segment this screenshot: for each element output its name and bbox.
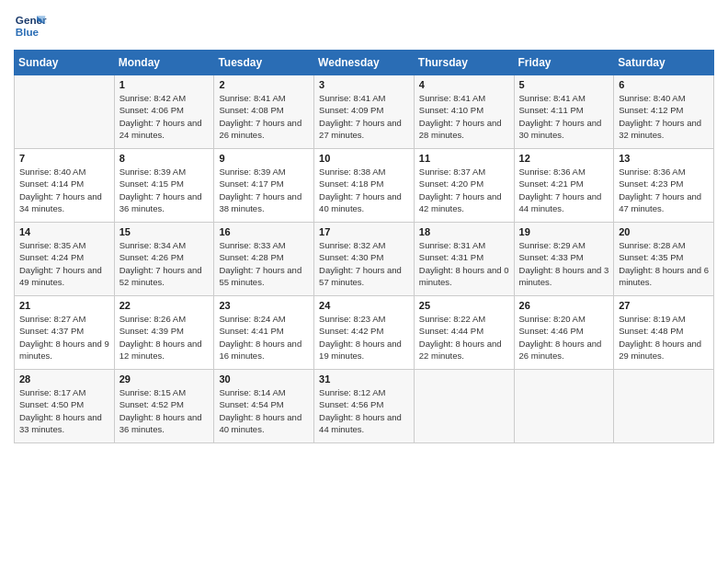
day-number: 16 [219,226,309,237]
day-cell: 30Sunrise: 8:14 AMSunset: 4:54 PMDayligh… [214,370,314,443]
day-number: 31 [319,373,409,385]
calendar-body: 1Sunrise: 8:42 AMSunset: 4:06 PMDaylight… [15,75,714,443]
day-number: 12 [519,153,609,164]
day-cell: 25Sunrise: 8:22 AMSunset: 4:44 PMDayligh… [414,296,514,370]
day-detail: Sunrise: 8:27 AMSunset: 4:37 PMDaylight:… [19,313,109,362]
day-number: 28 [19,373,109,385]
day-number: 26 [519,300,609,311]
day-header-saturday: Saturday [614,51,714,75]
day-detail: Sunrise: 8:39 AMSunset: 4:15 PMDaylight:… [119,166,210,214]
day-number: 8 [119,153,210,164]
day-cell: 1Sunrise: 8:42 AMSunset: 4:06 PMDaylight… [114,75,214,149]
logo: General Blue [14,9,47,42]
day-cell: 10Sunrise: 8:38 AMSunset: 4:18 PMDayligh… [314,149,415,223]
day-number: 4 [419,79,509,90]
day-detail: Sunrise: 8:17 AMSunset: 4:50 PMDaylight:… [19,386,109,435]
day-header-tuesday: Tuesday [214,51,314,75]
day-detail: Sunrise: 8:35 AMSunset: 4:24 PMDaylight:… [19,239,109,288]
day-number: 30 [219,373,309,385]
day-number: 25 [419,300,509,311]
day-detail: Sunrise: 8:19 AMSunset: 4:48 PMDaylight:… [619,313,709,362]
day-cell: 15Sunrise: 8:34 AMSunset: 4:26 PMDayligh… [114,223,214,296]
day-header-sunday: Sunday [15,51,115,75]
day-cell: 19Sunrise: 8:29 AMSunset: 4:33 PMDayligh… [514,223,614,296]
page-header: General Blue [14,9,714,42]
day-number: 10 [319,153,409,164]
day-detail: Sunrise: 8:41 AMSunset: 4:08 PMDaylight:… [219,92,309,141]
day-detail: Sunrise: 8:15 AMSunset: 4:52 PMDaylight:… [119,386,210,435]
week-row-2: 7Sunrise: 8:40 AMSunset: 4:14 PMDaylight… [15,149,714,223]
day-cell: 31Sunrise: 8:12 AMSunset: 4:56 PMDayligh… [314,370,415,443]
day-cell: 11Sunrise: 8:37 AMSunset: 4:20 PMDayligh… [414,149,514,223]
day-detail: Sunrise: 8:23 AMSunset: 4:42 PMDaylight:… [319,313,409,362]
day-detail: Sunrise: 8:36 AMSunset: 4:21 PMDaylight:… [519,166,609,214]
day-number: 22 [119,300,210,311]
day-cell [15,75,115,149]
day-cell: 20Sunrise: 8:28 AMSunset: 4:35 PMDayligh… [614,223,714,296]
day-cell: 28Sunrise: 8:17 AMSunset: 4:50 PMDayligh… [15,370,115,443]
logo-icon: General Blue [14,9,47,42]
day-header-monday: Monday [114,51,214,75]
day-detail: Sunrise: 8:41 AMSunset: 4:10 PMDaylight:… [419,92,509,141]
day-cell: 24Sunrise: 8:23 AMSunset: 4:42 PMDayligh… [314,296,415,370]
day-detail: Sunrise: 8:20 AMSunset: 4:46 PMDaylight:… [519,313,609,362]
day-number: 2 [219,79,309,90]
day-detail: Sunrise: 8:28 AMSunset: 4:35 PMDaylight:… [619,239,709,288]
day-cell: 8Sunrise: 8:39 AMSunset: 4:15 PMDaylight… [114,149,214,223]
day-cell: 29Sunrise: 8:15 AMSunset: 4:52 PMDayligh… [114,370,214,443]
week-row-5: 28Sunrise: 8:17 AMSunset: 4:50 PMDayligh… [15,370,714,443]
day-number: 3 [319,79,409,90]
day-detail: Sunrise: 8:22 AMSunset: 4:44 PMDaylight:… [419,313,509,362]
day-detail: Sunrise: 8:40 AMSunset: 4:14 PMDaylight:… [19,166,109,214]
day-number: 17 [319,226,409,237]
svg-text:Blue: Blue [16,26,40,38]
day-header-thursday: Thursday [414,51,514,75]
day-detail: Sunrise: 8:14 AMSunset: 4:54 PMDaylight:… [219,386,309,435]
day-detail: Sunrise: 8:33 AMSunset: 4:28 PMDaylight:… [219,239,309,288]
day-number: 19 [519,226,609,237]
day-cell [414,370,514,443]
day-detail: Sunrise: 8:41 AMSunset: 4:09 PMDaylight:… [319,92,409,141]
day-detail: Sunrise: 8:37 AMSunset: 4:20 PMDaylight:… [419,166,509,214]
day-detail: Sunrise: 8:41 AMSunset: 4:11 PMDaylight:… [519,92,609,141]
day-detail: Sunrise: 8:36 AMSunset: 4:23 PMDaylight:… [619,166,709,214]
day-cell: 16Sunrise: 8:33 AMSunset: 4:28 PMDayligh… [214,223,314,296]
day-detail: Sunrise: 8:42 AMSunset: 4:06 PMDaylight:… [119,92,210,141]
day-cell [614,370,714,443]
day-number: 24 [319,300,409,311]
day-cell: 4Sunrise: 8:41 AMSunset: 4:10 PMDaylight… [414,75,514,149]
week-row-3: 14Sunrise: 8:35 AMSunset: 4:24 PMDayligh… [15,223,714,296]
week-row-1: 1Sunrise: 8:42 AMSunset: 4:06 PMDaylight… [15,75,714,149]
day-cell: 17Sunrise: 8:32 AMSunset: 4:30 PMDayligh… [314,223,415,296]
day-cell [514,370,614,443]
day-cell: 22Sunrise: 8:26 AMSunset: 4:39 PMDayligh… [114,296,214,370]
day-cell: 5Sunrise: 8:41 AMSunset: 4:11 PMDaylight… [514,75,614,149]
day-cell: 9Sunrise: 8:39 AMSunset: 4:17 PMDaylight… [214,149,314,223]
day-cell: 21Sunrise: 8:27 AMSunset: 4:37 PMDayligh… [15,296,115,370]
day-detail: Sunrise: 8:32 AMSunset: 4:30 PMDaylight:… [319,239,409,288]
calendar-header-row: SundayMondayTuesdayWednesdayThursdayFrid… [15,51,714,75]
day-cell: 12Sunrise: 8:36 AMSunset: 4:21 PMDayligh… [514,149,614,223]
day-detail: Sunrise: 8:31 AMSunset: 4:31 PMDaylight:… [419,239,509,288]
day-detail: Sunrise: 8:38 AMSunset: 4:18 PMDaylight:… [319,166,409,214]
day-cell: 13Sunrise: 8:36 AMSunset: 4:23 PMDayligh… [614,149,714,223]
day-number: 23 [219,300,309,311]
day-number: 1 [119,79,210,90]
day-cell: 7Sunrise: 8:40 AMSunset: 4:14 PMDaylight… [15,149,115,223]
day-cell: 14Sunrise: 8:35 AMSunset: 4:24 PMDayligh… [15,223,115,296]
week-row-4: 21Sunrise: 8:27 AMSunset: 4:37 PMDayligh… [15,296,714,370]
day-cell: 18Sunrise: 8:31 AMSunset: 4:31 PMDayligh… [414,223,514,296]
day-header-wednesday: Wednesday [314,51,415,75]
day-number: 5 [519,79,609,90]
day-cell: 23Sunrise: 8:24 AMSunset: 4:41 PMDayligh… [214,296,314,370]
day-detail: Sunrise: 8:24 AMSunset: 4:41 PMDaylight:… [219,313,309,362]
day-number: 14 [19,226,109,237]
day-detail: Sunrise: 8:39 AMSunset: 4:17 PMDaylight:… [219,166,309,214]
day-cell: 26Sunrise: 8:20 AMSunset: 4:46 PMDayligh… [514,296,614,370]
day-cell: 3Sunrise: 8:41 AMSunset: 4:09 PMDaylight… [314,75,415,149]
day-detail: Sunrise: 8:26 AMSunset: 4:39 PMDaylight:… [119,313,210,362]
day-number: 15 [119,226,210,237]
day-number: 20 [619,226,709,237]
calendar-table: SundayMondayTuesdayWednesdayThursdayFrid… [14,50,714,443]
day-number: 7 [19,153,109,164]
